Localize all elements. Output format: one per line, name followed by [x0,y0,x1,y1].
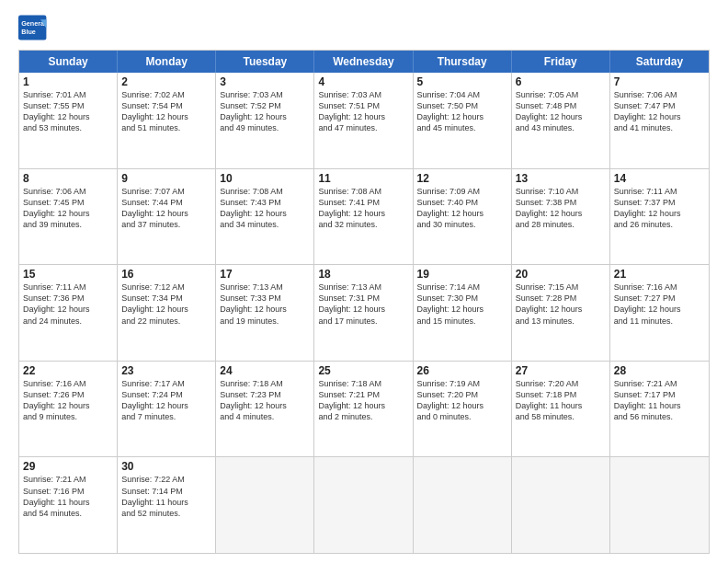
day-number: 5 [417,75,507,88]
calendar-cell: 1Sunrise: 7:01 AMSunset: 7:55 PMDaylight… [19,73,118,168]
cell-line: Sunrise: 7:14 AM [417,282,507,293]
cell-line: Daylight: 12 hours [417,111,507,122]
day-number: 4 [318,75,408,88]
calendar-cell: 8Sunrise: 7:06 AMSunset: 7:45 PMDaylight… [19,169,118,265]
weekday-header: Thursday [414,51,512,73]
cell-line: Sunrise: 7:13 AM [318,282,408,293]
day-number: 10 [220,172,310,185]
logo-icon: General Blue [18,15,48,40]
cell-line: Daylight: 12 hours [516,111,606,122]
day-number: 14 [614,172,705,185]
cell-line: and 7 minutes. [121,411,211,422]
cell-line: Sunset: 7:34 PM [121,293,211,304]
cell-line: Sunset: 7:16 PM [23,486,113,497]
day-number: 3 [220,75,310,88]
calendar-cell [414,457,512,553]
calendar-cell: 9Sunrise: 7:07 AMSunset: 7:44 PMDaylight… [118,169,216,265]
cell-line: Daylight: 12 hours [121,111,211,122]
cell-line: Sunrise: 7:21 AM [23,474,113,485]
day-number: 2 [121,75,211,88]
cell-line: Sunset: 7:33 PM [220,293,310,304]
calendar-cell: 20Sunrise: 7:15 AMSunset: 7:28 PMDayligh… [512,265,610,361]
calendar-cell: 6Sunrise: 7:05 AMSunset: 7:48 PMDaylight… [512,73,610,168]
calendar-cell [610,457,709,553]
cell-line: Sunset: 7:54 PM [121,100,211,111]
cell-line: Sunset: 7:14 PM [121,486,211,497]
calendar-row: 8Sunrise: 7:06 AMSunset: 7:45 PMDaylight… [19,169,709,266]
cell-line: Daylight: 12 hours [516,304,606,315]
weekday-header: Saturday [610,51,709,73]
calendar-cell: 26Sunrise: 7:19 AMSunset: 7:20 PMDayligh… [414,362,512,457]
cell-line: Daylight: 12 hours [318,400,408,411]
cell-line: and 54 minutes. [23,508,113,519]
cell-line: Daylight: 12 hours [220,111,310,122]
calendar-cell: 30Sunrise: 7:22 AMSunset: 7:14 PMDayligh… [118,457,216,553]
day-number: 19 [417,268,507,281]
cell-line: and 30 minutes. [417,219,507,230]
calendar-body: 1Sunrise: 7:01 AMSunset: 7:55 PMDaylight… [19,73,709,553]
cell-line: Sunset: 7:20 PM [417,389,507,400]
cell-line: Daylight: 12 hours [318,208,408,219]
cell-line: Sunrise: 7:03 AM [318,89,408,100]
day-number: 23 [121,364,211,377]
cell-line: Daylight: 12 hours [417,208,507,219]
day-number: 12 [417,172,507,185]
cell-line: Sunset: 7:17 PM [614,389,705,400]
cell-line: Sunrise: 7:07 AM [121,186,211,197]
cell-line: and 45 minutes. [417,122,507,133]
day-number: 26 [417,364,507,377]
day-number: 30 [121,460,211,473]
calendar-cell: 7Sunrise: 7:06 AMSunset: 7:47 PMDaylight… [610,73,709,168]
cell-line: Daylight: 12 hours [121,208,211,219]
calendar-cell: 4Sunrise: 7:03 AMSunset: 7:51 PMDaylight… [314,73,413,168]
day-number: 28 [614,364,705,377]
calendar-cell: 5Sunrise: 7:04 AMSunset: 7:50 PMDaylight… [414,73,512,168]
cell-line: Daylight: 12 hours [220,400,310,411]
cell-line: Sunrise: 7:11 AM [614,186,705,197]
cell-line: Daylight: 12 hours [23,208,113,219]
cell-line: Sunset: 7:40 PM [417,197,507,208]
calendar-row: 15Sunrise: 7:11 AMSunset: 7:36 PMDayligh… [19,265,709,362]
cell-line: Sunrise: 7:04 AM [417,89,507,100]
cell-line: and 26 minutes. [614,219,705,230]
calendar-cell: 3Sunrise: 7:03 AMSunset: 7:52 PMDaylight… [216,73,314,168]
cell-line: Sunset: 7:43 PM [220,197,310,208]
calendar-cell: 27Sunrise: 7:20 AMSunset: 7:18 PMDayligh… [512,362,610,457]
weekday-header: Tuesday [216,51,314,73]
cell-line: Sunset: 7:23 PM [220,389,310,400]
cell-line: Daylight: 12 hours [220,304,310,315]
day-number: 20 [516,268,606,281]
cell-line: Daylight: 11 hours [121,497,211,508]
calendar-cell: 2Sunrise: 7:02 AMSunset: 7:54 PMDaylight… [118,73,216,168]
calendar-cell: 21Sunrise: 7:16 AMSunset: 7:27 PMDayligh… [610,265,709,361]
cell-line: and 32 minutes. [318,219,408,230]
cell-line: Sunset: 7:38 PM [516,197,606,208]
cell-line: Sunrise: 7:06 AM [614,89,705,100]
calendar: SundayMondayTuesdayWednesdayThursdayFrid… [18,50,710,554]
cell-line: and 52 minutes. [121,508,211,519]
cell-line: Sunset: 7:24 PM [121,389,211,400]
logo: General Blue [18,15,48,40]
cell-line: and 2 minutes. [318,411,408,422]
cell-line: Sunset: 7:47 PM [614,100,705,111]
cell-line: Sunset: 7:52 PM [220,100,310,111]
cell-line: Daylight: 12 hours [23,400,113,411]
cell-line: Daylight: 12 hours [614,111,705,122]
cell-line: Daylight: 11 hours [516,400,606,411]
weekday-header: Monday [118,51,216,73]
day-number: 11 [318,172,408,185]
cell-line: and 51 minutes. [121,122,211,133]
calendar-cell: 23Sunrise: 7:17 AMSunset: 7:24 PMDayligh… [118,362,216,457]
calendar-cell: 19Sunrise: 7:14 AMSunset: 7:30 PMDayligh… [414,265,512,361]
day-number: 27 [516,364,606,377]
day-number: 22 [23,364,113,377]
calendar-cell: 14Sunrise: 7:11 AMSunset: 7:37 PMDayligh… [610,169,709,265]
cell-line: and 4 minutes. [220,411,310,422]
cell-line: and 19 minutes. [220,316,310,327]
calendar-cell: 15Sunrise: 7:11 AMSunset: 7:36 PMDayligh… [19,265,118,361]
cell-line: and 17 minutes. [318,316,408,327]
cell-line: Sunrise: 7:16 AM [614,282,705,293]
day-number: 25 [318,364,408,377]
cell-line: Sunset: 7:21 PM [318,389,408,400]
cell-line: Sunrise: 7:13 AM [220,282,310,293]
